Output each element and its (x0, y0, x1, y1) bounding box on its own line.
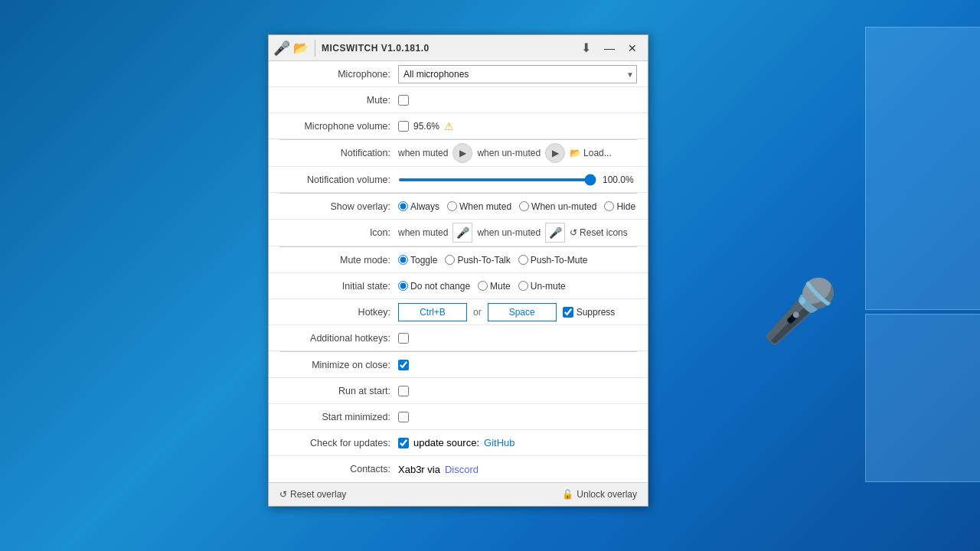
icon-row: Icon: when muted 🎤 when un-muted 🎤 ↺ Res… (269, 220, 648, 246)
mute-mode-ptt-radio[interactable] (445, 255, 455, 265)
mute-checkbox[interactable] (398, 95, 409, 106)
mute-mode-toggle-radio[interactable] (398, 255, 408, 265)
run-at-start-row: Run at start: (269, 378, 648, 404)
mute-mode-ptm-radio[interactable] (518, 255, 528, 265)
notif-volume-control: 100.0% (398, 174, 637, 185)
overlay-hide-radio[interactable] (604, 201, 614, 211)
warning-icon: ⚠ (444, 120, 454, 132)
mute-mode-ptt-label: Push-To-Talk (457, 255, 510, 266)
notif-volume-slider-container: 100.0% (398, 174, 637, 185)
mute-mode-ptm-label: Push-To-Mute (531, 255, 588, 266)
initial-state-mute-radio[interactable] (478, 281, 488, 291)
initial-state-control: Do not change Mute Un-mute (398, 281, 637, 292)
overlay-when-unmuted-radio[interactable] (519, 201, 529, 211)
initial-state-unmute-radio[interactable] (518, 281, 528, 291)
contacts-text: Xab3r via (398, 464, 440, 475)
download-icon[interactable]: ⬇ (581, 41, 591, 55)
reset-overlay-button[interactable]: ↺ Reset overlay (279, 489, 346, 500)
additional-hotkeys-checkbox[interactable] (398, 333, 409, 344)
suppress-checkbox[interactable] (563, 307, 573, 318)
check-updates-row: Check for updates: update source: GitHub (269, 430, 648, 456)
hotkey-secondary-input[interactable] (488, 303, 557, 321)
load-button[interactable]: 📂 Load... (570, 148, 612, 158)
mute-mode-radio-group: Toggle Push-To-Talk Push-To-Mute (398, 255, 587, 266)
discord-link[interactable]: Discord (445, 464, 479, 475)
contacts-control: Xab3r via Discord (398, 464, 637, 475)
show-overlay-label: Show overlay: (279, 201, 398, 212)
play-icon-muted: ▶ (459, 148, 466, 158)
mute-mode-label: Mute mode: (279, 255, 398, 266)
start-minimized-checkbox[interactable] (398, 412, 409, 422)
microphone-row: Microphone: All microphones Default micr… (269, 61, 648, 87)
mute-control (398, 95, 637, 106)
check-updates-checkbox[interactable] (398, 438, 409, 448)
mute-mode-toggle-option[interactable]: Toggle (398, 255, 437, 266)
minimize-on-close-checkbox[interactable] (398, 360, 409, 370)
icon-when-muted-label: when muted (398, 227, 448, 238)
show-overlay-control: Always When muted When un-muted Hid (398, 201, 637, 212)
hotkey-primary-input[interactable] (398, 303, 467, 321)
deco-window-1 (865, 27, 980, 310)
overlay-always-option[interactable]: Always (398, 201, 439, 212)
initial-state-dnc-option[interactable]: Do not change (398, 281, 470, 292)
initial-state-unmute-option[interactable]: Un-mute (518, 281, 566, 292)
notif-unmuted-play-button[interactable]: ▶ (545, 143, 565, 163)
icon-muted-box[interactable]: 🎤 (452, 223, 472, 243)
mute-mode-ptt-option[interactable]: Push-To-Talk (445, 255, 510, 266)
microphone-select[interactable]: All microphones Default microphone (398, 65, 637, 83)
desktop-mic-icon: 🎤 (762, 276, 838, 347)
hotkey-or-label: or (473, 307, 482, 318)
initial-state-mute-label: Mute (490, 281, 511, 292)
overlay-when-muted-option[interactable]: When muted (447, 201, 511, 212)
notif-muted-play-button[interactable]: ▶ (452, 143, 472, 163)
mic-volume-label: Microphone volume: (279, 121, 398, 132)
minimize-button[interactable]: — (599, 39, 620, 57)
hotkey-row: Hotkey: or Suppress (269, 299, 648, 325)
overlay-when-muted-label: When muted (459, 201, 511, 212)
mute-mode-toggle-label: Toggle (410, 255, 437, 266)
github-link[interactable]: GitHub (484, 437, 514, 448)
folder-icon[interactable]: 📂 (293, 41, 309, 55)
unmuted-mic-icon: 🎤 (549, 227, 562, 239)
unlock-overlay-label: Unlock overlay (577, 489, 637, 500)
run-at-start-checkbox[interactable] (398, 386, 409, 396)
reset-icons-button[interactable]: ↺ Reset icons (570, 227, 628, 238)
reset-icons-label: Reset icons (580, 227, 628, 238)
hotkey-control: or Suppress (398, 303, 637, 321)
check-updates-control: update source: GitHub (398, 437, 637, 448)
play-icon-unmuted: ▶ (552, 148, 559, 158)
start-minimized-control (398, 412, 637, 422)
window-controls: — ✕ (599, 39, 643, 57)
overlay-always-radio[interactable] (398, 201, 408, 211)
mic-volume-checkbox[interactable] (398, 121, 409, 132)
icon-when-unmuted-label: when un-muted (477, 227, 541, 238)
overlay-when-muted-radio[interactable] (447, 201, 457, 211)
mic-volume-percent: 95.6% (413, 121, 439, 132)
title-bar: 🎤 📂 MICSWITCH V1.0.181.0 ⬇ — ✕ (269, 35, 648, 61)
initial-state-dnc-radio[interactable] (398, 281, 408, 291)
window-title: MICSWITCH V1.0.181.0 (322, 43, 581, 54)
notif-volume-slider[interactable] (398, 178, 596, 181)
minimize-on-close-control (398, 360, 637, 370)
desktop: 🎤 🎤 📂 MICSWITCH V1.0.181.0 ⬇ — ✕ Microph… (0, 0, 980, 551)
icon-label: Icon: (279, 227, 398, 238)
initial-state-label: Initial state: (279, 281, 398, 292)
initial-state-mute-option[interactable]: Mute (478, 281, 511, 292)
initial-state-radio-group: Do not change Mute Un-mute (398, 281, 566, 292)
suppress-option[interactable]: Suppress (563, 307, 616, 318)
overlay-hide-option[interactable]: Hide (604, 201, 635, 212)
reset-icon: ↺ (570, 227, 577, 238)
title-divider (315, 40, 315, 57)
close-button[interactable]: ✕ (622, 39, 643, 57)
icon-unmuted-box[interactable]: 🎤 (545, 223, 565, 243)
notif-volume-row: Notification volume: 100.0% (269, 167, 648, 193)
overlay-when-unmuted-option[interactable]: When un-muted (519, 201, 596, 212)
app-window: 🎤 📂 MICSWITCH V1.0.181.0 ⬇ — ✕ Microphon… (268, 34, 648, 507)
additional-hotkeys-row: Additional hotkeys: (269, 325, 648, 351)
icon-control: when muted 🎤 when un-muted 🎤 ↺ Reset ico… (398, 223, 637, 243)
mute-mode-control: Toggle Push-To-Talk Push-To-Mute (398, 255, 637, 266)
unlock-overlay-button[interactable]: 🔓 Unlock overlay (562, 489, 637, 500)
mute-mode-ptm-option[interactable]: Push-To-Mute (518, 255, 588, 266)
unlock-overlay-icon: 🔓 (562, 489, 573, 500)
minimize-on-close-row: Minimize on close: (269, 352, 648, 378)
